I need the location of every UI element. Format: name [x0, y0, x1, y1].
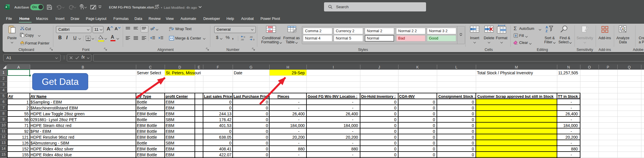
svg-text:Z: Z [546, 29, 548, 33]
svg-text:X: X [5, 6, 7, 8]
svg-text:c: c [169, 29, 171, 31]
svg-text:A: A [546, 25, 548, 29]
svg-text:ab: ab [150, 27, 154, 30]
